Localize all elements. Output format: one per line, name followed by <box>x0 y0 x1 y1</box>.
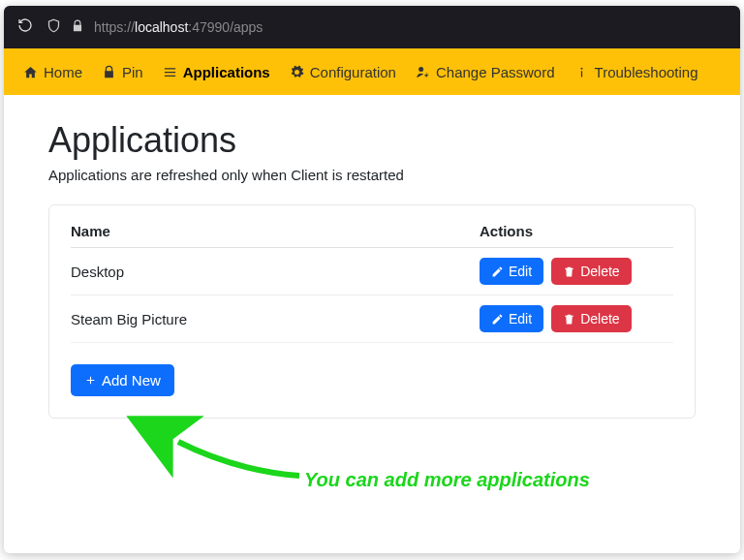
col-name-header: Name <box>71 223 480 239</box>
lock-icon <box>71 19 84 36</box>
add-new-label: Add New <box>102 372 161 389</box>
nav-home[interactable]: Home <box>14 48 92 95</box>
shield-icon <box>46 18 61 36</box>
svg-point-0 <box>418 66 423 71</box>
plus-icon <box>84 374 97 387</box>
delete-label: Delete <box>580 311 619 327</box>
url-text: https://localhost:47990/apps <box>94 19 263 35</box>
delete-button[interactable]: Delete <box>551 305 631 332</box>
nav-label: Home <box>44 64 82 80</box>
browser-toolbar: https://localhost:47990/apps <box>4 6 740 48</box>
nav-troubleshooting[interactable]: Troubleshooting <box>565 48 708 95</box>
lock-icon <box>102 65 116 79</box>
gear-icon <box>290 65 304 79</box>
home-icon <box>23 65 38 79</box>
delete-button[interactable]: Delete <box>551 258 631 285</box>
nav-change-password[interactable]: Change Password <box>406 48 565 95</box>
table-header: Name Actions <box>71 223 673 248</box>
nav-label: Applications <box>183 64 270 80</box>
top-nav: Home Pin Applications Configuration Chan… <box>4 48 740 95</box>
nav-applications[interactable]: Applications <box>153 48 280 95</box>
nav-configuration[interactable]: Configuration <box>280 48 406 95</box>
add-new-button[interactable]: Add New <box>71 364 174 396</box>
page-title: Applications <box>48 120 696 161</box>
app-name: Steam Big Picture <box>71 311 480 327</box>
annotation-text: You can add more applications <box>304 469 590 491</box>
edit-label: Edit <box>509 264 532 279</box>
svg-point-2 <box>580 67 582 69</box>
col-actions-header: Actions <box>480 223 673 239</box>
trash-icon <box>563 313 575 326</box>
table-row: Desktop Edit Delete <box>71 248 673 296</box>
list-icon <box>163 65 177 79</box>
info-icon <box>574 65 589 79</box>
page-content: Applications Applications are refreshed … <box>4 95 740 444</box>
delete-label: Delete <box>580 264 619 279</box>
refresh-icon[interactable] <box>17 17 33 37</box>
url-bar[interactable]: https://localhost:47990/apps <box>46 18 263 36</box>
nav-label: Change Password <box>436 64 555 80</box>
edit-button[interactable]: Edit <box>480 258 543 285</box>
edit-icon <box>491 313 504 326</box>
nav-pin[interactable]: Pin <box>92 48 153 95</box>
nav-label: Pin <box>122 64 143 80</box>
user-gear-icon <box>416 65 430 79</box>
edit-button[interactable]: Edit <box>480 305 543 332</box>
svg-point-1 <box>425 74 428 77</box>
app-name: Desktop <box>71 264 480 280</box>
nav-label: Troubleshooting <box>595 64 698 80</box>
edit-icon <box>491 265 504 278</box>
nav-label: Configuration <box>310 64 396 80</box>
table-row: Steam Big Picture Edit Delete <box>71 296 673 343</box>
apps-card: Name Actions Desktop Edit Delete <box>48 204 696 419</box>
edit-label: Edit <box>509 311 532 327</box>
trash-icon <box>563 265 575 278</box>
page-subtitle: Applications are refreshed only when Cli… <box>48 167 696 183</box>
